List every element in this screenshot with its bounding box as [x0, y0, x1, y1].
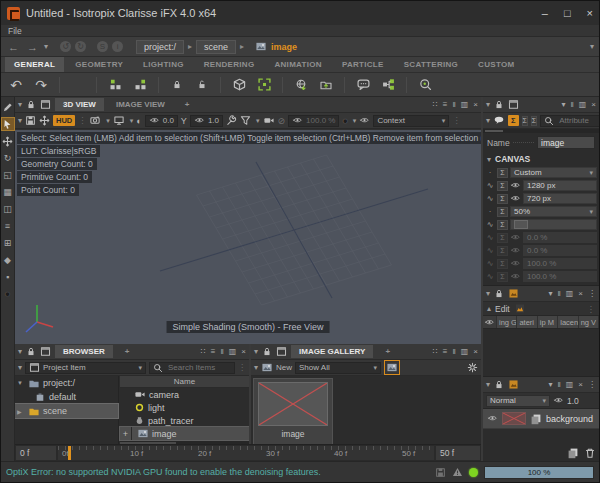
sigma-copy-icon[interactable]: Σ — [531, 116, 537, 126]
edit-column-2[interactable]: ip M — [538, 316, 558, 328]
tool-measure[interactable]: ◆ — [2, 254, 14, 266]
tool-grid[interactable]: ▦ — [2, 186, 14, 198]
search-input[interactable] — [166, 362, 228, 373]
tool-sphere[interactable]: ● — [2, 288, 14, 300]
eye-icon[interactable] — [510, 194, 521, 203]
image-layers-icon[interactable] — [508, 379, 519, 390]
edit-column-1[interactable]: ateri — [517, 316, 537, 328]
delete-button[interactable] — [69, 76, 87, 94]
add-view-tab-button[interactable]: + — [177, 98, 198, 111]
eye-icon[interactable] — [483, 316, 497, 328]
tool-scale[interactable]: ◱ — [2, 169, 14, 181]
collapse-icon[interactable]: ▴ — [487, 304, 491, 313]
sigma-icon[interactable]: Σ — [497, 259, 508, 269]
adjust-icon[interactable]: ◐ — [136, 116, 141, 126]
layout-split-icon[interactable]: ‖ — [452, 100, 455, 109]
shading-layer-icon[interactable] — [508, 288, 519, 299]
layer-opacity[interactable]: 1.0 — [567, 396, 579, 406]
panel-menu-icon[interactable]: ▾ — [486, 380, 490, 389]
sigma-icon[interactable]: Σ — [497, 181, 508, 191]
value-swatch[interactable] — [514, 220, 528, 229]
layer-row-background[interactable]: background — [483, 409, 599, 429]
history-dropdown-icon[interactable]: ▾ — [44, 42, 48, 51]
sigma-icon[interactable]: Σ — [497, 207, 508, 217]
tab-animation[interactable]: ANIMATION — [265, 57, 330, 72]
gamma-field[interactable]: 1.0 — [190, 115, 223, 127]
breadcrumb-scene[interactable]: scene — [196, 40, 236, 54]
delete-layer-icon[interactable] — [584, 447, 596, 459]
tool-draw[interactable] — [2, 101, 14, 113]
tab-rendering[interactable]: RENDERING — [195, 57, 264, 72]
eye-icon[interactable] — [510, 181, 521, 190]
tab-scattering[interactable]: SCATTERING — [395, 57, 467, 72]
tool-list[interactable]: ≡ — [2, 220, 14, 232]
panel-icon[interactable] — [276, 346, 287, 357]
list-item-path_tracer[interactable]: path_tracer — [120, 414, 249, 427]
attribute-search[interactable] — [540, 115, 600, 127]
layout-split-icon[interactable]: ‖ — [557, 380, 560, 389]
package-button[interactable] — [230, 76, 248, 94]
canvas-section-header[interactable]: ▾CANVAS — [483, 152, 599, 166]
instantiate-button[interactable] — [106, 76, 124, 94]
lock-icon[interactable] — [494, 379, 504, 390]
tab-browser[interactable]: BROWSER — [55, 345, 113, 358]
layout-columns-icon[interactable]: ▥ — [566, 289, 574, 298]
title-bar[interactable]: Untitled - Isotropix Clarisse iFX 4.0 x6… — [1, 1, 599, 25]
edit-column-3[interactable]: lacen — [558, 316, 578, 328]
add-browser-tab-button[interactable]: + — [117, 345, 138, 358]
lock-icon[interactable] — [494, 99, 504, 110]
add-icon[interactable]: + — [120, 427, 132, 440]
tool-rotate[interactable]: ↻ — [2, 152, 14, 164]
toolbar-menu-icon[interactable]: ▾ — [486, 116, 490, 125]
tree-item-default[interactable]: default — [15, 390, 118, 404]
layout-columns-icon[interactable]: ▥ — [461, 100, 469, 109]
tab-particle[interactable]: PARTICLE — [333, 57, 393, 72]
end-frame-box[interactable]: 50 f — [435, 445, 481, 461]
comment-button[interactable] — [354, 76, 372, 94]
breadcrumb-image[interactable]: image — [248, 40, 304, 53]
dropdown-caret-icon[interactable]: ▾ — [589, 208, 593, 216]
gallery-thumbnail[interactable]: image — [254, 379, 332, 445]
panel-icon[interactable] — [40, 99, 51, 110]
list-item-light[interactable]: light — [120, 401, 249, 414]
timeline-ruler[interactable]: 0f10 f20 f30 f40 f50 f — [57, 445, 435, 461]
filter-icon[interactable] — [240, 115, 251, 126]
panel-more-icon[interactable]: ⋮ — [588, 289, 596, 298]
attribute-search-input[interactable] — [557, 115, 600, 126]
blend-mode-select[interactable]: Normal▾ — [486, 395, 550, 407]
info-icon[interactable]: i — [112, 41, 123, 52]
panel-menu-icon[interactable]: ▾ — [18, 100, 22, 109]
tool-graph[interactable]: ⊞ — [2, 237, 14, 249]
add-gallery-tab-button[interactable]: + — [377, 345, 398, 358]
close-panel-icon[interactable]: × — [591, 100, 596, 109]
attribute-value[interactable]: 1280 px — [523, 180, 597, 191]
browser-filter-select[interactable]: Project Item▾ — [25, 362, 146, 374]
fit-view-button[interactable] — [255, 76, 273, 94]
tree-caret-icon[interactable]: ▶ — [17, 408, 25, 415]
navbar-dropdown-icon[interactable]: ▾ — [590, 42, 594, 51]
panel-dropdown-icon[interactable]: ▾ — [548, 289, 552, 298]
toolbar-menu-icon[interactable]: ▾ — [18, 363, 22, 372]
tab-geometry[interactable]: GEOMETRY — [66, 57, 132, 72]
track-selection-button[interactable] — [416, 76, 434, 94]
layout-columns-icon[interactable]: ▥ — [229, 347, 237, 356]
lock-button[interactable] — [168, 76, 186, 94]
layout-split-icon[interactable]: ‖ — [452, 347, 455, 356]
attribute-value[interactable]: 50%▾ — [510, 206, 597, 217]
layout-quad-icon[interactable]: ∷ — [433, 347, 438, 356]
gallery-settings-icon[interactable] — [467, 362, 478, 373]
tree-item-scene[interactable]: ▶scene — [15, 404, 118, 418]
lock-icon[interactable] — [494, 288, 504, 299]
name-input[interactable] — [537, 136, 595, 149]
eye-icon[interactable] — [510, 272, 521, 281]
history-back-icon[interactable]: ↺ — [60, 41, 71, 52]
layout-columns-icon[interactable]: ▥ — [579, 100, 587, 109]
tab-image-view[interactable]: IMAGE VIEW — [108, 98, 173, 111]
sigma-icon[interactable]: Σ — [497, 168, 508, 178]
show-images-toggle[interactable] — [384, 360, 400, 375]
tab-3d-view[interactable]: 3D VIEW — [55, 98, 104, 111]
layout-split-icon[interactable]: ‖ — [557, 289, 560, 298]
new-image-button[interactable]: New — [261, 362, 292, 373]
visibility-eye-icon[interactable] — [359, 116, 370, 125]
camera-select-icon[interactable] — [89, 115, 101, 126]
